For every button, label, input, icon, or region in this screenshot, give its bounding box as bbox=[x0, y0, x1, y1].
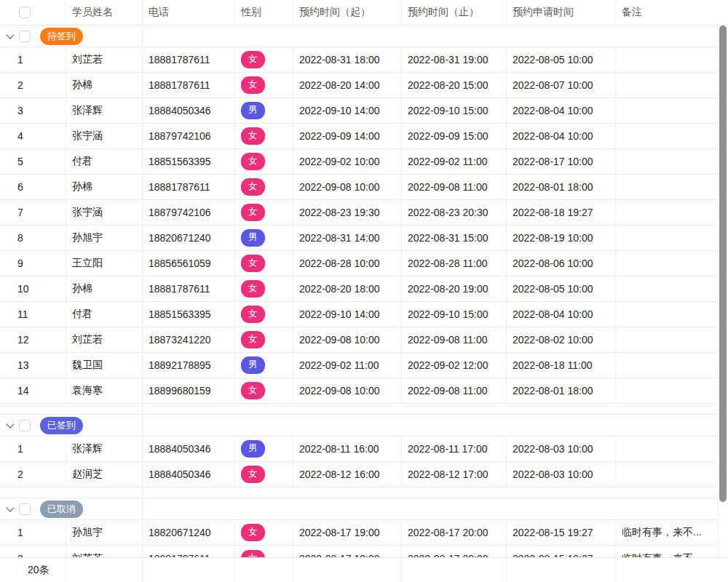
gender-badge: 女 bbox=[241, 466, 265, 483]
appointment-start-time: 2022-08-23 19:30 bbox=[293, 200, 402, 225]
gender-cell: 男 bbox=[235, 98, 293, 123]
gender-cell: 女 bbox=[235, 546, 293, 558]
chevron-down-icon[interactable] bbox=[6, 31, 14, 39]
table-row[interactable]: 7张宇涵18879742106女2022-08-23 19:302022-08-… bbox=[0, 200, 728, 226]
vertical-scrollbar-thumb[interactable] bbox=[719, 25, 727, 502]
phone-number: 18884050346 bbox=[143, 98, 235, 123]
group-row-1[interactable]: 已签到 bbox=[0, 415, 728, 436]
student-name: 赵润芝 bbox=[66, 462, 143, 487]
column-header-applied: 预约申请时间 bbox=[507, 0, 616, 25]
application-time: 2022-08-15 19:27 bbox=[507, 520, 616, 545]
header-select-all-cell bbox=[0, 0, 66, 25]
table-row[interactable]: 1刘芷若18881787611女2022-08-31 18:002022-08-… bbox=[0, 47, 728, 73]
total-count: 20条 bbox=[0, 558, 66, 582]
student-name: 付君 bbox=[66, 149, 143, 174]
table-row[interactable]: 1张泽辉18884050346男2022-08-11 16:002022-08-… bbox=[0, 436, 728, 462]
remark-text bbox=[616, 353, 728, 378]
table-row[interactable]: 12刘芷若18873241220女2022-09-08 10:002022-09… bbox=[0, 327, 728, 353]
appointment-end-time: 2022-08-12 17:00 bbox=[402, 462, 507, 487]
gender-cell: 女 bbox=[235, 73, 293, 97]
phone-number: 18881787611 bbox=[143, 276, 235, 301]
group-checkbox[interactable] bbox=[19, 420, 31, 431]
remark-text bbox=[616, 276, 728, 301]
application-time: 2022-08-06 10:00 bbox=[507, 251, 616, 276]
table-row[interactable]: 11付君18851563395女2022-09-10 14:002022-09-… bbox=[0, 302, 728, 327]
phone-number: 18820671240 bbox=[143, 520, 235, 545]
appointment-end-time: 2022-08-11 17:00 bbox=[402, 436, 507, 461]
gender-cell: 男 bbox=[235, 436, 293, 461]
table-row[interactable]: 9王立阳18856561059女2022-08-28 10:002022-08-… bbox=[0, 251, 728, 276]
gender-badge: 女 bbox=[241, 255, 265, 272]
phone-number: 18881787611 bbox=[143, 47, 235, 72]
table-row[interactable]: 10孙棉18881787611女2022-08-20 18:002022-08-… bbox=[0, 276, 728, 302]
student-name: 张宇涵 bbox=[66, 124, 143, 148]
row-index: 2 bbox=[0, 73, 66, 97]
row-index: 5 bbox=[0, 149, 66, 174]
table-row[interactable]: 13魏卫国18892178895男2022-09-02 11:002022-09… bbox=[0, 353, 728, 378]
phone-number: 18881787611 bbox=[143, 546, 235, 558]
student-name: 孙旭宇 bbox=[66, 226, 143, 250]
student-name: 付君 bbox=[66, 302, 143, 327]
table-row[interactable]: 2孙棉18881787611女2022-08-20 14:002022-08-2… bbox=[0, 73, 728, 98]
row-index: 1 bbox=[0, 436, 66, 461]
gender-badge: 男 bbox=[241, 229, 265, 247]
gender-badge: 女 bbox=[241, 331, 265, 348]
row-index: 14 bbox=[0, 378, 66, 403]
phone-number: 18820671240 bbox=[143, 226, 235, 250]
application-time: 2022-08-04 10:00 bbox=[507, 124, 616, 148]
remark-text bbox=[616, 124, 728, 148]
table-row[interactable]: 5付君18851563395女2022-09-02 10:002022-09-0… bbox=[0, 149, 728, 175]
table-row[interactable]: 2刘芷若18881787611女2022-08-17 19:002022-08-… bbox=[0, 546, 728, 558]
appointment-end-time: 2022-08-17 20:00 bbox=[402, 520, 507, 545]
chevron-down-icon[interactable] bbox=[6, 503, 14, 511]
table-row[interactable]: 8孙旭宇18820671240男2022-08-31 14:002022-08-… bbox=[0, 226, 728, 251]
phone-number: 18881787611 bbox=[143, 73, 235, 97]
column-header-name: 学员姓名 bbox=[66, 0, 143, 25]
appointment-start-time: 2022-09-02 11:00 bbox=[293, 353, 402, 378]
group-checkbox[interactable] bbox=[19, 31, 31, 42]
table-row[interactable]: 1孙旭宇18820671240女2022-08-17 19:002022-08-… bbox=[0, 520, 728, 546]
gender-cell: 女 bbox=[235, 520, 293, 545]
appointment-start-time: 2022-09-10 14:00 bbox=[293, 98, 402, 123]
remark-text bbox=[616, 327, 728, 352]
table-row[interactable]: 14袁海寒18899680159女2022-09-08 10:002022-09… bbox=[0, 378, 728, 404]
table-row[interactable]: 2赵润芝18884050346女2022-08-12 16:002022-08-… bbox=[0, 462, 728, 487]
appointment-start-time: 2022-08-20 18:00 bbox=[293, 276, 402, 301]
appointment-end-time: 2022-08-31 15:00 bbox=[402, 226, 507, 250]
phone-number: 18892178895 bbox=[143, 353, 235, 378]
table-row[interactable]: 4张宇涵18879742106女2022-09-09 14:002022-09-… bbox=[0, 124, 728, 149]
table-header-row: 学员姓名 电话 性别 预约时间（起） 预约时间（止） 预约申请时间 备注 bbox=[0, 0, 728, 25]
gender-badge: 女 bbox=[241, 550, 265, 558]
gender-cell: 女 bbox=[235, 378, 293, 403]
group-row-2[interactable]: 已取消 bbox=[0, 498, 728, 520]
chevron-down-icon[interactable] bbox=[6, 420, 14, 428]
select-all-checkbox[interactable] bbox=[19, 7, 31, 18]
appointment-end-time: 2022-09-10 15:00 bbox=[402, 98, 507, 123]
table-body: 待签到1刘芷若18881787611女2022-08-31 18:002022-… bbox=[0, 25, 728, 558]
appointment-start-time: 2022-09-08 10:00 bbox=[293, 175, 402, 199]
appointment-end-time: 2022-08-31 19:00 bbox=[402, 47, 507, 72]
appointment-end-time: 2022-09-09 15:00 bbox=[402, 124, 507, 148]
appointment-end-time: 2022-09-02 11:00 bbox=[402, 149, 507, 174]
table-row[interactable]: 3张泽辉18884050346男2022-09-10 14:002022-09-… bbox=[0, 98, 728, 124]
student-name: 孙棉 bbox=[66, 73, 143, 97]
gender-cell: 女 bbox=[235, 200, 293, 225]
remark-text bbox=[616, 47, 728, 72]
phone-number: 18851563395 bbox=[143, 302, 235, 327]
vertical-scrollbar-track[interactable] bbox=[718, 25, 728, 557]
table-row[interactable]: 6孙棉18881787611女2022-09-08 10:002022-09-0… bbox=[0, 175, 728, 200]
remark-text bbox=[616, 149, 728, 174]
group-row-0[interactable]: 待签到 bbox=[0, 25, 728, 47]
gender-cell: 女 bbox=[235, 149, 293, 174]
application-time: 2022-08-05 10:00 bbox=[507, 276, 616, 301]
gender-cell: 女 bbox=[235, 251, 293, 276]
appointment-start-time: 2022-09-10 14:00 bbox=[293, 302, 402, 327]
appointment-start-time: 2022-08-28 10:00 bbox=[293, 251, 402, 276]
appointment-start-time: 2022-09-08 10:00 bbox=[293, 327, 402, 352]
remark-text: 临时有事，来不... bbox=[616, 520, 728, 545]
appointment-start-time: 2022-09-09 14:00 bbox=[293, 124, 402, 148]
group-checkbox[interactable] bbox=[19, 503, 31, 515]
gender-cell: 女 bbox=[235, 327, 293, 352]
group-status-badge: 待签到 bbox=[40, 28, 83, 45]
appointment-start-time: 2022-08-17 19:00 bbox=[293, 520, 402, 545]
